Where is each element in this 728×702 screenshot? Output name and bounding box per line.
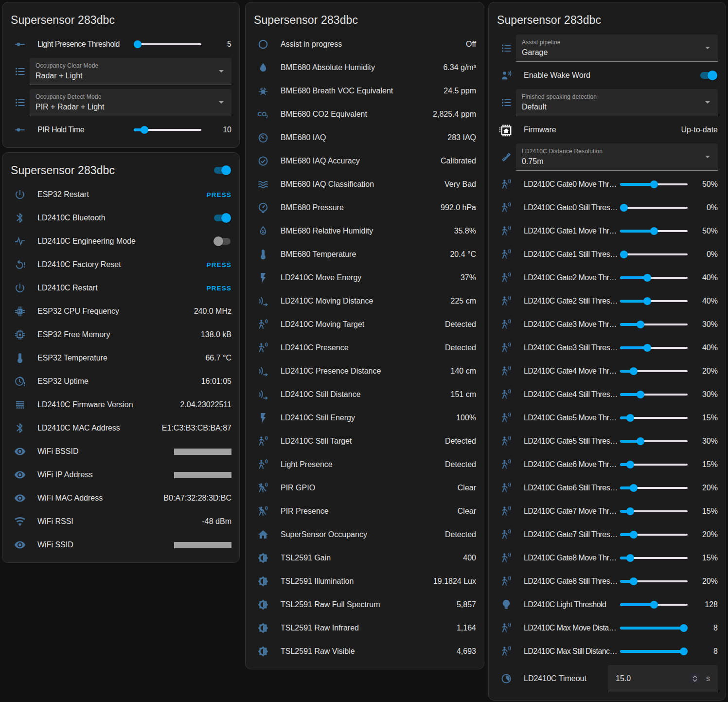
entity-row[interactable]: PIR Hold Time10 xyxy=(2,118,239,142)
entity-slider[interactable] xyxy=(134,40,201,48)
entity-slider[interactable] xyxy=(620,391,688,398)
entity-row[interactable]: LD2410C PresenceDetected xyxy=(246,336,484,360)
entity-row[interactable]: LD2410C Factory ResetPRESS xyxy=(2,253,239,276)
entity-row[interactable]: ESP32 RestartPRESS xyxy=(2,183,239,206)
select-ld2410c-distance-resolution[interactable]: LD2410C Distance Resolution0.75m xyxy=(516,144,718,171)
entity-slider[interactable] xyxy=(620,507,688,515)
entity-row[interactable]: ESP32 Uptime16:01:05 xyxy=(2,370,239,393)
entity-row[interactable]: LD2410C Gate2 Still Thres…40% xyxy=(489,289,726,313)
entity-slider[interactable] xyxy=(620,251,688,258)
slider-knob[interactable] xyxy=(643,274,651,282)
entity-row[interactable]: LD2410C Still Energy100% xyxy=(246,406,484,430)
entity-row[interactable]: LD2410C Light Threshold128 xyxy=(489,593,726,616)
entity-row[interactable]: BME680 Pressure992.0 hPa xyxy=(246,196,484,219)
entity-slider[interactable] xyxy=(620,531,688,539)
slider-knob[interactable] xyxy=(626,554,634,562)
entity-toggle[interactable] xyxy=(214,215,231,221)
entity-row[interactable]: CO2BME680 CO2 Equivalent2,825.4 ppm xyxy=(246,103,484,126)
slider-knob[interactable] xyxy=(637,321,644,328)
entity-row[interactable]: LD2410C Gate8 Move Thr…15% xyxy=(489,546,726,570)
entity-row[interactable]: WiFi RSSI-48 dBm xyxy=(2,510,239,533)
slider-knob[interactable] xyxy=(680,648,688,655)
entity-row[interactable]: LD2410C Gate0 Move Thr…50% xyxy=(489,173,726,196)
entity-row[interactable]: LD2410C Gate6 Still Thres…20% xyxy=(489,476,726,500)
entity-slider[interactable] xyxy=(620,554,688,562)
entity-row[interactable]: LD2410C Moving TargetDetected xyxy=(246,313,484,336)
slider-knob[interactable] xyxy=(637,391,644,398)
slider-knob[interactable] xyxy=(637,437,644,445)
entity-row[interactable]: PIR GPIOClear xyxy=(246,476,484,500)
entity-toggle[interactable] xyxy=(214,238,231,245)
entity-row[interactable]: LD2410C Gate7 Still Thres…20% xyxy=(489,523,726,546)
entity-row[interactable]: TSL2591 Raw Visible4,693 xyxy=(246,640,484,663)
entity-row[interactable]: LD2410C Gate8 Still Thres…20% xyxy=(489,570,726,593)
entity-slider[interactable] xyxy=(620,601,688,609)
entity-row[interactable]: LD2410C Max Move Dista…8 xyxy=(489,616,726,640)
entity-row[interactable]: SuperSensor OccupancyDetected xyxy=(246,523,484,546)
entity-row[interactable]: Light Presence Threshold5 xyxy=(2,33,239,56)
entity-row[interactable]: LD2410C RestartPRESS xyxy=(2,276,239,300)
entity-slider[interactable] xyxy=(620,344,688,352)
slider-knob[interactable] xyxy=(626,461,634,468)
entity-slider[interactable] xyxy=(620,414,688,422)
press-button[interactable]: PRESS xyxy=(207,261,231,269)
slider-knob[interactable] xyxy=(680,624,688,632)
entity-row[interactable]: LD2410C Gate7 Move Thr…15% xyxy=(489,500,726,523)
select-occupancy-detect-mode[interactable]: Occupancy Detect ModePIR + Radar + Light xyxy=(30,89,231,116)
entity-row[interactable]: WiFi MAC AddressB0:A7:32:28:3D:BC xyxy=(2,486,239,510)
slider-knob[interactable] xyxy=(620,204,628,212)
entity-row[interactable]: LD2410C Still Distance151 cm xyxy=(246,383,484,406)
entity-row[interactable]: LD2410C Timeout15.0s xyxy=(489,663,726,694)
entity-row[interactable]: BME680 Temperature20.4 °C xyxy=(246,243,484,266)
entity-row[interactable]: LD2410C Firmware Version2.04.23022511 xyxy=(2,393,239,416)
select-finished-speaking-detection[interactable]: Finished speaking detectionDefault xyxy=(516,89,718,116)
press-button[interactable]: PRESS xyxy=(207,285,231,292)
entity-row[interactable]: BME680 Relative Humidity35.8% xyxy=(246,219,484,243)
entity-row[interactable]: LD2410C Gate3 Move Thr…30% xyxy=(489,313,726,336)
entity-slider[interactable] xyxy=(620,484,688,492)
entity-row[interactable]: ESP32 Free Memory138.0 kB xyxy=(2,323,239,346)
entity-slider[interactable] xyxy=(620,274,688,282)
entity-row[interactable]: ESP32 CPU Frequency240.0 MHz xyxy=(2,300,239,323)
entity-row[interactable]: LD2410C Move Energy37% xyxy=(246,266,484,289)
entity-row[interactable]: Assist in progressOff xyxy=(246,33,484,56)
select-occupancy-clear-mode[interactable]: Occupancy Clear ModeRadar + Light xyxy=(30,58,231,85)
entity-row[interactable]: LD2410C Gate3 Still Thres…40% xyxy=(489,336,726,360)
entity-row[interactable]: LD2410C Bluetooth xyxy=(2,206,239,230)
entity-row[interactable]: BME680 Absolute Humidity6.34 g/m³ xyxy=(246,56,484,79)
entity-row[interactable]: WiFi BSSID xyxy=(2,440,239,463)
entity-slider[interactable] xyxy=(620,297,688,305)
slider-knob[interactable] xyxy=(643,297,651,305)
number-input[interactable]: 15.0s xyxy=(608,665,718,692)
entity-row[interactable]: LD2410C Max Still Distanc…8 xyxy=(489,640,726,663)
entity-row[interactable]: LD2410C Engineering Mode xyxy=(2,230,239,253)
entity-slider[interactable] xyxy=(620,321,688,328)
entity-row[interactable]: TSL2591 Raw Infrared1,164 xyxy=(246,616,484,640)
entity-slider[interactable] xyxy=(620,180,688,188)
entity-row[interactable]: LD2410C Presence Distance140 cm xyxy=(246,360,484,383)
entity-slider[interactable] xyxy=(620,227,688,235)
entity-row[interactable]: LD2410C Gate6 Move Thr…15% xyxy=(489,453,726,476)
entity-row[interactable]: LD2410C Gate1 Still Thres…0% xyxy=(489,243,726,266)
entity-row[interactable]: BME680 Breath VOC Equivalent24.5 ppm xyxy=(246,79,484,103)
entity-row[interactable]: LD2410C Gate4 Still Thres…30% xyxy=(489,383,726,406)
entity-row[interactable]: BME680 IAQ ClassificationVery Bad xyxy=(246,173,484,196)
slider-knob[interactable] xyxy=(630,577,638,585)
slider-knob[interactable] xyxy=(643,344,651,352)
entity-row[interactable]: LD2410C Gate1 Move Thr…50% xyxy=(489,219,726,243)
entity-row[interactable]: LD2410C Still TargetDetected xyxy=(246,430,484,453)
entity-slider[interactable] xyxy=(620,461,688,468)
entity-row[interactable]: LD2410C Gate2 Move Thr…40% xyxy=(489,266,726,289)
slider-knob[interactable] xyxy=(134,40,142,48)
entity-slider[interactable] xyxy=(620,437,688,445)
entity-slider[interactable] xyxy=(134,126,201,134)
entity-row[interactable]: BME680 IAQ AccuracyCalibrated xyxy=(246,149,484,173)
entity-toggle[interactable] xyxy=(700,72,717,79)
entity-row[interactable]: BME680 IAQ283 IAQ xyxy=(246,126,484,149)
entity-row[interactable]: LD2410C Gate5 Still Thres…30% xyxy=(489,430,726,453)
select-assist-pipeline[interactable]: Assist pipelineGarage xyxy=(516,35,718,62)
entity-row[interactable]: Enable Wake Word xyxy=(489,64,726,87)
entity-row[interactable]: TSL2591 Raw Full Spectrum5,857 xyxy=(246,593,484,616)
entity-slider[interactable] xyxy=(620,624,688,632)
entity-row[interactable]: ESP32 Temperature66.7 °C xyxy=(2,346,239,370)
